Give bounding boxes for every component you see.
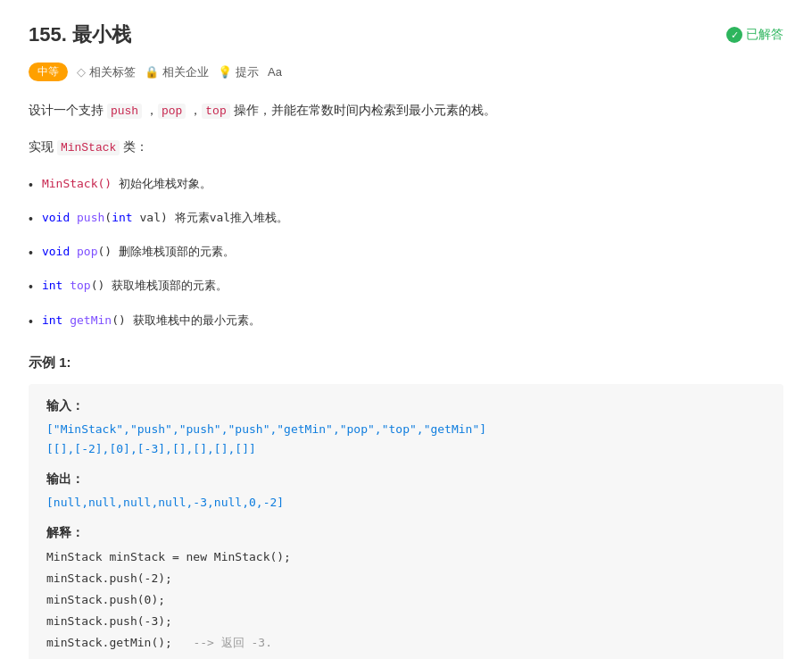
- explain-code-block: MinStack minStack = new MinStack(); minS…: [46, 546, 766, 659]
- method-push-text: void push(int val) 将元素val推入堆栈。: [42, 207, 288, 228]
- output-label: 输出：: [46, 471, 766, 488]
- example-title: 示例 1:: [29, 355, 783, 371]
- pop-desc: 删除堆栈顶部的元素。: [119, 245, 235, 258]
- method-top-text: int top() 获取堆栈顶部的元素。: [42, 275, 228, 296]
- font-item[interactable]: Aa: [268, 65, 282, 79]
- page-header: 155. 最小栈 已解答: [29, 21, 783, 48]
- methods-list: MinStack() 初始化堆栈对象。 void push(int val) 将…: [29, 173, 783, 333]
- output-array: [null,null,null,null,-3,null,0,-2]: [46, 496, 284, 509]
- hint-item[interactable]: 💡 提示: [218, 64, 259, 80]
- method-item-push: void push(int val) 将元素val推入堆栈。: [29, 207, 783, 230]
- constructor-class: MinStack(): [42, 177, 112, 190]
- bulb-icon: 💡: [218, 65, 232, 79]
- top-code: top: [202, 104, 229, 119]
- top-method-name: top: [70, 279, 90, 292]
- hint-label: 提示: [236, 64, 259, 80]
- input-array2: [[],[-2],[0],[-3],[],[],[],[]]: [46, 442, 256, 455]
- description-line2: 实现 MinStack 类：: [29, 136, 783, 158]
- input-line1: ["MinStack","push","push","push","getMin…: [46, 420, 766, 459]
- getmin-int-keyword: int: [42, 313, 62, 327]
- constructor-desc: 初始化堆栈对象。: [119, 177, 211, 190]
- method-getmin-text: int getMin() 获取堆栈中的最小元素。: [42, 310, 261, 330]
- getmin-method-name: getMin: [70, 313, 112, 327]
- push-param-type: int: [112, 211, 132, 224]
- pop-void-keyword: void: [42, 245, 70, 258]
- top-desc: 获取堆栈顶部的元素。: [112, 279, 228, 292]
- example-section: 示例 1: 输入： ["MinStack","push","push","pus…: [29, 355, 783, 659]
- push-desc: 将元素val推入堆栈。: [175, 211, 288, 224]
- method-item-constructor: MinStack() 初始化堆栈对象。: [29, 173, 783, 196]
- solved-badge: 已解答: [726, 27, 783, 43]
- push-code: push: [107, 104, 142, 119]
- tags-row: 中等 ◇ 相关标签 🔒 相关企业 💡 提示 Aa: [29, 63, 783, 81]
- related-company-item[interactable]: 🔒 相关企业: [145, 64, 209, 80]
- related-company-label: 相关企业: [162, 64, 209, 80]
- getmin-desc: 获取堆栈中的最小元素。: [133, 313, 261, 327]
- method-item-top: int top() 获取堆栈顶部的元素。: [29, 275, 783, 298]
- comment-1: --> 返回 -3.: [193, 636, 272, 649]
- push-method-name: push: [77, 211, 104, 224]
- tag-icon: ◇: [77, 65, 86, 79]
- method-pop-text: void pop() 删除堆栈顶部的元素。: [42, 241, 235, 262]
- difficulty-tag[interactable]: 中等: [29, 63, 68, 81]
- explain-line-4: minStack.push(-3);: [46, 614, 172, 628]
- explain-line-5: minStack.getMin(); --> 返回 -3.: [46, 636, 272, 649]
- input-array1: ["MinStack","push","push","push","getMin…: [46, 422, 486, 436]
- push-void-keyword: void: [42, 211, 70, 224]
- pop-code: pop: [158, 104, 186, 119]
- top-int-keyword: int: [42, 279, 62, 292]
- method-item-getmin: int getMin() 获取堆栈中的最小元素。: [29, 310, 783, 333]
- input-label: 输入：: [46, 398, 766, 414]
- minstack-class-code: MinStack: [57, 140, 120, 155]
- explain-line-1: MinStack minStack = new MinStack();: [46, 550, 291, 563]
- related-tags-item[interactable]: ◇ 相关标签: [77, 64, 136, 80]
- lock-icon: 🔒: [145, 65, 159, 79]
- explain-line-2: minStack.push(-2);: [46, 571, 172, 585]
- explain-line-3: minStack.push(0);: [46, 593, 165, 606]
- output-value: [null,null,null,null,-3,null,0,-2]: [46, 493, 766, 513]
- page-title: 155. 最小栈: [29, 21, 131, 48]
- description-line1: 设计一个支持 push ，pop ，top 操作，并能在常数时间内检索到最小元素…: [29, 99, 783, 121]
- related-tags-label: 相关标签: [89, 64, 136, 80]
- explain-label: 解释：: [46, 525, 766, 541]
- method-constructor-text: MinStack() 初始化堆栈对象。: [42, 173, 211, 194]
- method-item-pop: void pop() 删除堆栈顶部的元素。: [29, 241, 783, 264]
- font-label: Aa: [268, 65, 282, 79]
- example-block: 输入： ["MinStack","push","push","push","ge…: [29, 384, 783, 659]
- pop-method-name: pop: [77, 245, 97, 258]
